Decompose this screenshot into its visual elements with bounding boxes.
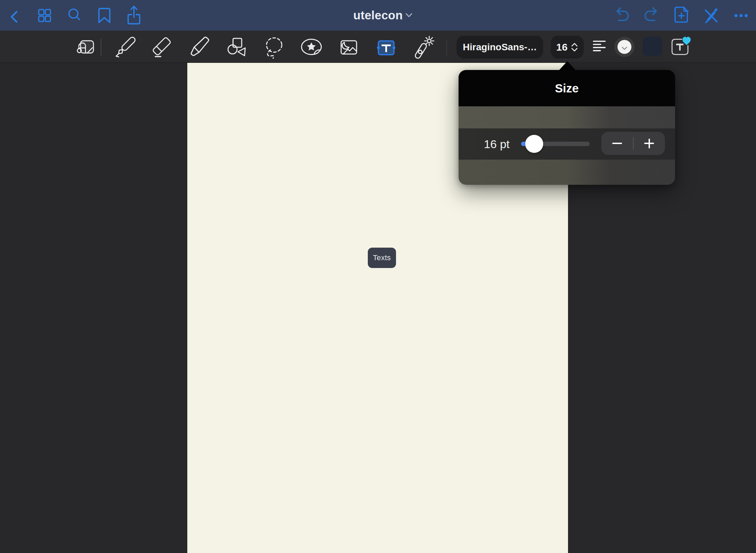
pen-icon bbox=[109, 32, 140, 63]
size-value-label: 16 pt bbox=[476, 138, 510, 151]
tool-laser-pointer[interactable] bbox=[411, 32, 441, 63]
popover-header: Size bbox=[459, 70, 675, 106]
redo-button[interactable] bbox=[642, 6, 661, 25]
toolbar-separator bbox=[101, 39, 101, 56]
tool-shapes[interactable] bbox=[222, 32, 252, 63]
tools-toolbar: HiraginoSans-… 16 bbox=[0, 31, 756, 63]
tool-highlighter[interactable] bbox=[184, 32, 215, 63]
size-row: 16 pt bbox=[459, 128, 675, 160]
tool-text[interactable] bbox=[371, 32, 402, 63]
undo-button[interactable] bbox=[612, 6, 631, 25]
crossed-pencil-icon bbox=[702, 6, 721, 25]
redo-icon bbox=[642, 6, 661, 25]
size-popover: Size 16 pt bbox=[459, 70, 675, 185]
font-name-label: HiraginoSans-… bbox=[463, 42, 537, 53]
plus-icon bbox=[644, 139, 654, 148]
add-page-icon bbox=[672, 6, 691, 25]
text-box[interactable]: Texts bbox=[368, 248, 396, 268]
toolbar-separator bbox=[446, 40, 447, 55]
minus-icon bbox=[612, 143, 622, 144]
decrease-size-button[interactable] bbox=[601, 132, 633, 155]
tool-handwriting-recognition[interactable] bbox=[70, 32, 101, 63]
popover-title: Size bbox=[555, 82, 579, 95]
popover-band-top bbox=[459, 106, 675, 128]
font-name-button[interactable]: HiraginoSans-… bbox=[457, 36, 543, 58]
favorite-text-icon bbox=[670, 34, 693, 57]
image-icon bbox=[334, 32, 364, 63]
tool-image[interactable] bbox=[334, 32, 364, 63]
highlighter-icon bbox=[184, 32, 215, 63]
font-size-label: 16 bbox=[556, 41, 567, 53]
size-slider[interactable] bbox=[521, 128, 590, 160]
color-swatch-icon bbox=[614, 37, 635, 57]
stop-editing-button[interactable] bbox=[702, 6, 721, 25]
document-title: utelecon bbox=[353, 8, 403, 22]
text-box-content: Texts bbox=[373, 253, 391, 262]
app-screen: utelecon bbox=[0, 0, 756, 553]
handwriting-recognition-icon bbox=[70, 32, 101, 63]
up-down-chevrons-icon bbox=[571, 43, 578, 52]
dimmed-button[interactable] bbox=[642, 37, 662, 56]
increase-size-button[interactable] bbox=[634, 132, 665, 155]
font-size-button[interactable]: 16 bbox=[551, 36, 584, 58]
shapes-icon bbox=[222, 32, 252, 63]
undo-icon bbox=[612, 6, 631, 25]
align-left-icon bbox=[589, 37, 609, 57]
text-color-button[interactable] bbox=[614, 37, 635, 57]
slider-knob[interactable] bbox=[525, 135, 543, 153]
tool-pen[interactable] bbox=[109, 32, 140, 63]
more-button[interactable] bbox=[732, 6, 751, 25]
sticker-icon bbox=[296, 32, 327, 63]
laser-pointer-icon bbox=[411, 32, 441, 63]
favorite-text-style-button[interactable] bbox=[670, 34, 693, 57]
add-page-button[interactable] bbox=[672, 6, 691, 25]
text-tool-icon bbox=[371, 32, 402, 63]
ellipsis-icon bbox=[732, 6, 751, 25]
tool-eraser[interactable] bbox=[147, 32, 177, 63]
lasso-icon bbox=[259, 32, 290, 63]
navigation-bar: utelecon bbox=[0, 0, 756, 31]
chevron-down-icon bbox=[405, 13, 413, 18]
tool-stickers[interactable] bbox=[296, 32, 327, 63]
text-align-button[interactable] bbox=[584, 32, 615, 63]
popover-band-bottom bbox=[459, 160, 675, 185]
tool-lasso[interactable] bbox=[259, 32, 290, 63]
eraser-icon bbox=[147, 32, 177, 63]
size-stepper bbox=[601, 132, 665, 155]
